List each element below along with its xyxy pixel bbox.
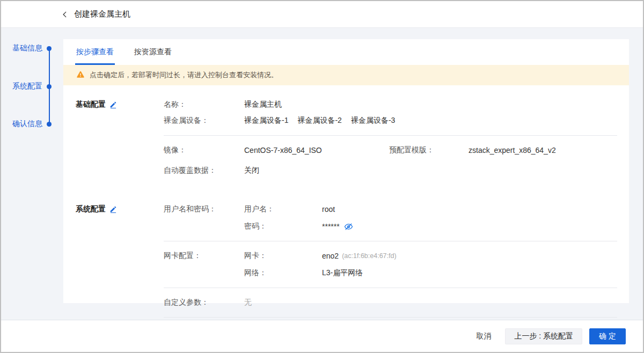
action-footer: 取消 上一步 : 系统配置 确 定 — [1, 320, 643, 352]
custom-params-row: 自定义参数： 无 — [164, 295, 617, 311]
overwrite-row: 自动覆盖数据： 关闭 — [164, 163, 617, 179]
image-value: CentOS-7-x86_64_ISO — [244, 146, 389, 155]
page-title: 创建裸金属主机 — [74, 9, 130, 19]
nic-row: 网卡： eno2 (ac:1f:6b:e4:67:fd) — [244, 248, 617, 264]
edit-system-config-icon[interactable] — [109, 205, 117, 213]
credentials-group: 用户名和密码： 用户名： root 密码： ****** — [164, 201, 617, 234]
edit-basic-config-icon[interactable] — [109, 101, 117, 108]
system-config-section: 系统配置 用户名和密码： 用户名： root — [63, 201, 629, 324]
basic-config-section: 基础配置 名称： 裸金属主机 裸金属设备： 裸金属设备-1裸金属设备-2裸金属设… — [63, 97, 629, 179]
template-value: zstack_expert_x86_64_v2 — [469, 146, 556, 155]
name-row: 名称： 裸金属主机 — [164, 97, 617, 113]
step-dot — [47, 84, 52, 89]
tab-view-by-step[interactable]: 按步骤查看 — [75, 47, 115, 65]
chevron-left-icon — [61, 11, 69, 18]
template-label: 预配置模版： — [389, 145, 469, 155]
step-system-config[interactable]: 系统配置 — [1, 82, 63, 91]
wizard-steps: 基础信息 系统配置 确认信息 — [1, 28, 63, 319]
basic-config-title: 基础配置 — [76, 100, 106, 109]
step-dot — [47, 122, 52, 127]
create-baremetal-host-page: 创建裸金属主机 基础信息 系统配置 确认信息 按步骤查看 按资源查看 点击确定后… — [0, 0, 644, 353]
nic-label: 网卡： — [244, 251, 322, 261]
username-label: 用户名： — [244, 204, 322, 214]
divider — [164, 317, 617, 318]
tab-view-by-resource[interactable]: 按资源查看 — [133, 47, 173, 65]
step-basic-info[interactable]: 基础信息 — [1, 43, 63, 53]
password-label: 密码： — [244, 222, 322, 231]
device-item: 裸金属设备-2 — [297, 116, 341, 124]
view-tabs: 按步骤查看 按资源查看 — [63, 39, 629, 65]
device-item: 裸金属设备-3 — [351, 116, 395, 124]
password-value: ****** — [322, 222, 340, 231]
network-row: 网络： L3-扁平网络 — [244, 265, 617, 281]
eye-off-icon[interactable] — [344, 222, 353, 231]
warning-icon — [76, 70, 85, 80]
warning-banner: 点击确定后，若部署时间过长，请进入控制台查看安装情况。 — [63, 65, 629, 85]
password-row: 密码： ****** — [244, 218, 617, 234]
system-config-title: 系统配置 — [76, 204, 106, 214]
divider — [164, 241, 617, 241]
review-panel: 按步骤查看 按资源查看 点击确定后，若部署时间过长，请进入控制台查看安装情况。 … — [63, 39, 629, 303]
username-row: 用户名： root — [244, 201, 617, 217]
image-label: 镜像： — [164, 145, 244, 155]
devices-label: 裸金属设备： — [164, 116, 244, 126]
divider — [164, 288, 617, 288]
devices-values: 裸金属设备-1裸金属设备-2裸金属设备-3 — [244, 116, 404, 126]
cancel-button[interactable]: 取消 — [476, 332, 491, 341]
network-label: 网络： — [244, 268, 322, 278]
nic-group: 网卡配置： 网卡： eno2 (ac:1f:6b:e4:67:fd) 网络： L… — [164, 248, 617, 281]
page-header: 创建裸金属主机 — [1, 1, 643, 28]
overwrite-value: 关闭 — [244, 166, 259, 175]
nic-group-label: 网卡配置： — [164, 248, 244, 264]
back-button[interactable]: 创建裸金属主机 — [61, 9, 130, 19]
username-value: root — [322, 205, 335, 214]
divider — [164, 135, 617, 136]
nic-mac: (ac:1f:6b:e4:67:fd) — [342, 252, 396, 260]
nic-value: eno2 — [322, 252, 339, 260]
confirm-button[interactable]: 确 定 — [589, 328, 626, 344]
step-dot — [47, 46, 52, 51]
image-row: 镜像： CentOS-7-x86_64_ISO 预配置模版： zstack_ex… — [164, 142, 617, 158]
custom-params-label: 自定义参数： — [164, 298, 244, 307]
step-confirm-info[interactable]: 确认信息 — [1, 119, 63, 129]
credentials-label: 用户名和密码： — [164, 201, 244, 217]
name-label: 名称： — [164, 100, 244, 109]
custom-params-value: 无 — [244, 298, 252, 307]
name-value: 裸金属主机 — [244, 100, 282, 109]
overwrite-label: 自动覆盖数据： — [164, 166, 244, 175]
devices-row: 裸金属设备： 裸金属设备-1裸金属设备-2裸金属设备-3 — [164, 113, 617, 129]
warning-text: 点击确定后，若部署时间过长，请进入控制台查看安装情况。 — [90, 70, 278, 80]
previous-step-button[interactable]: 上一步 : 系统配置 — [505, 328, 582, 344]
device-item: 裸金属设备-1 — [244, 116, 288, 124]
review-content: 基础配置 名称： 裸金属主机 裸金属设备： 裸金属设备-1裸金属设备-2裸金属设… — [63, 85, 629, 324]
network-value: L3-扁平网络 — [322, 268, 363, 278]
